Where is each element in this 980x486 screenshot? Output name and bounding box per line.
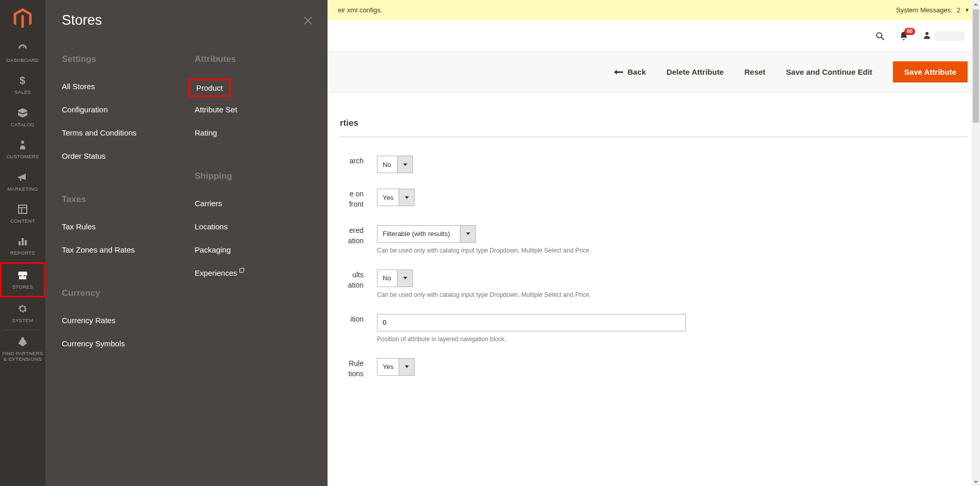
flyout-group-shipping: Shipping (195, 171, 317, 181)
form-label-fragment: Rule tions (340, 358, 364, 379)
flyout-link-all-stores[interactable]: All Stores (62, 82, 184, 91)
chevron-down-icon: ▼ (965, 7, 970, 13)
flyout-link-attribute-set[interactable]: Attribute Set (195, 105, 317, 114)
user-menu[interactable] (922, 30, 965, 41)
sidebar-item-dashboard[interactable]: DASHBOARD (0, 37, 45, 69)
sysmsg-count: 2 (957, 6, 960, 14)
chevron-down-icon (399, 189, 414, 206)
sysmsg-toggle[interactable]: System Messages: 2 ▼ (896, 6, 970, 14)
form-row-layered-nav: ered ation Filterable (with results) Can… (340, 225, 968, 254)
flyout-link-currency-rates[interactable]: Currency Rates (62, 316, 184, 325)
sidebar-label: DASHBOARD (7, 57, 39, 63)
select-value: No (377, 156, 397, 173)
notifications-icon[interactable]: 60 (899, 31, 909, 41)
flyout-group-attributes: Attributes (195, 54, 317, 64)
bar-chart-icon (16, 235, 29, 247)
comparable-select[interactable]: Yes (377, 189, 415, 206)
sidebar-label: MARKETING (7, 186, 38, 192)
save-attribute-button[interactable]: Save Attribute (893, 61, 968, 82)
form-label-fragment: arch (340, 156, 364, 166)
sidebar-item-partners[interactable]: FIND PARTNERS & EXTENSIONS (0, 330, 45, 368)
back-label: Back (627, 68, 646, 76)
flyout-col-left: Settings All Stores Configuration Terms … (62, 54, 195, 362)
partners-icon (16, 336, 29, 348)
svg-line-11 (882, 37, 884, 40)
flyout-link-rating[interactable]: Rating (195, 128, 317, 137)
sidebar-label: STORES (12, 284, 33, 290)
scroll-thumb[interactable] (973, 9, 979, 123)
flyout-link-tax-zones[interactable]: Tax Zones and Rates (62, 245, 184, 254)
flyout-col-right: Attributes Product Attribute Set Rating … (195, 54, 328, 362)
layered-nav-select[interactable]: Filterable (with results) (377, 225, 476, 243)
reset-button[interactable]: Reset (744, 68, 765, 76)
notifications-badge: 60 (904, 28, 915, 35)
sidebar-item-sales[interactable]: $ SALES (0, 69, 45, 101)
help-text: Position of attribute in layered navigat… (377, 336, 968, 343)
sidebar-label: CONTENT (10, 218, 35, 224)
sidebar-item-stores[interactable]: STORES (0, 262, 45, 297)
chevron-down-icon (399, 359, 414, 375)
use-in-search-select[interactable]: No (377, 156, 413, 173)
sidebar-label: CATALOG (11, 122, 35, 127)
stores-flyout: Stores Settings All Stores Configuration… (45, 0, 328, 486)
select-value: Yes (377, 359, 399, 375)
promo-rule-select[interactable]: Yes (377, 358, 415, 376)
flyout-link-terms[interactable]: Terms and Conditions (62, 128, 184, 137)
sidebar-item-reports[interactable]: REPORTS (0, 230, 45, 262)
flyout-link-currency-symbols[interactable]: Currency Symbols (62, 339, 184, 348)
sidebar-item-marketing[interactable]: MARKETING (0, 166, 45, 198)
sidebar-label: CUSTOMERS (6, 154, 39, 159)
main-content: eir xml configs. System Messages: 2 ▼ 60… (328, 0, 980, 486)
section-title-fragment: rties (340, 118, 968, 137)
external-link-icon (239, 269, 244, 273)
form-row-search-results-nav: ults ation No Can be used only with cata… (340, 270, 968, 298)
delete-attribute-button[interactable]: Delete Attribute (666, 68, 724, 76)
flyout-link-packaging[interactable]: Packaging (195, 245, 317, 254)
chevron-down-icon (460, 226, 475, 242)
flyout-link-carriers[interactable]: Carriers (195, 199, 317, 208)
sidebar-item-customers[interactable]: CUSTOMERS (0, 133, 45, 165)
scroll-up-icon[interactable] (972, 0, 980, 8)
scroll-down-icon[interactable] (972, 478, 980, 486)
magento-logo[interactable] (0, 0, 45, 37)
flyout-link-configuration[interactable]: Configuration (62, 105, 184, 114)
help-text: Can be used only with catalog input type… (377, 247, 968, 254)
sidebar-label: FIND PARTNERS & EXTENSIONS (2, 350, 43, 362)
search-icon[interactable] (875, 31, 885, 41)
sidebar-item-content[interactable]: CONTENT (0, 198, 45, 230)
form-label-fragment: ered ation (340, 225, 364, 246)
help-text: Can be used only with catalog input type… (377, 291, 968, 298)
sidebar-item-system[interactable]: SYSTEM (0, 297, 45, 329)
form-label-fragment: ition (340, 314, 364, 324)
system-message-bar: eir xml configs. System Messages: 2 ▼ (328, 0, 980, 20)
svg-rect-7 (25, 240, 27, 245)
vertical-scrollbar[interactable] (972, 0, 980, 486)
store-icon (16, 269, 29, 281)
flyout-link-order-status[interactable]: Order Status (62, 152, 184, 160)
flyout-link-tax-rules[interactable]: Tax Rules (62, 222, 184, 231)
gear-icon (16, 303, 29, 315)
sidebar-item-catalog[interactable]: CATALOG (0, 102, 45, 133)
svg-rect-5 (19, 241, 21, 245)
search-results-nav-select[interactable]: No (377, 270, 413, 287)
megaphone-icon (16, 171, 29, 183)
avatar-icon (922, 30, 932, 41)
flyout-link-product[interactable]: Product (188, 79, 231, 97)
save-continue-button[interactable]: Save and Continue Edit (786, 68, 872, 76)
back-button[interactable]: Back (614, 68, 646, 76)
form-label-fragment: ults ation (340, 270, 364, 291)
chevron-down-icon (397, 156, 412, 173)
flyout-link-text: Experiences (195, 269, 237, 277)
flyout-link-locations[interactable]: Locations (195, 222, 317, 231)
box-icon (16, 107, 29, 119)
action-toolbar: Back Delete Attribute Reset Save and Con… (328, 52, 980, 92)
flyout-link-experiences[interactable]: Experiences (195, 269, 317, 277)
svg-point-12 (925, 32, 929, 35)
form-row-position: ition Position of attribute in layered n… (340, 314, 968, 343)
page-header: 60 (328, 20, 980, 52)
position-input[interactable] (377, 314, 686, 331)
svg-rect-6 (22, 238, 24, 245)
username-placeholder (935, 31, 965, 41)
select-value: Filterable (with results) (377, 226, 460, 242)
close-icon[interactable] (303, 15, 313, 26)
